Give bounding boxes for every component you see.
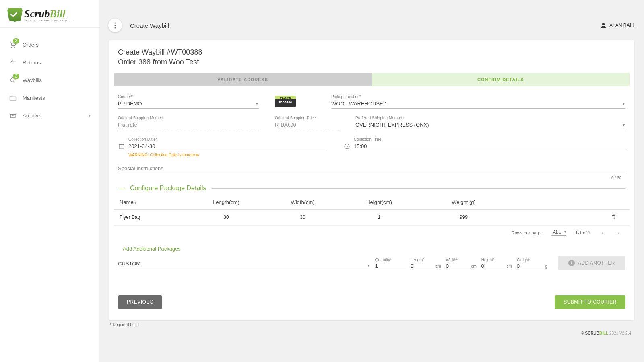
- collection-date-warning: WARNING: Collection Date is tomorrow: [128, 153, 327, 157]
- user-menu[interactable]: ALAN BALL: [600, 22, 635, 29]
- return-arrow-icon: [9, 58, 17, 66]
- user-icon: [600, 22, 607, 29]
- sidebar-item-returns[interactable]: Returns: [0, 53, 99, 71]
- svg-rect-8: [119, 144, 124, 149]
- heading-line2: Order 388 from Woo Test: [118, 57, 625, 67]
- weight-input[interactable]: Weight* 0g: [517, 258, 547, 270]
- sort-arrow-up-icon: ↑: [134, 200, 137, 205]
- svg-rect-3: [10, 113, 16, 114]
- sidebar-item-archive[interactable]: Archive ▾: [0, 107, 99, 124]
- width-input[interactable]: Width* 0cm: [446, 258, 477, 270]
- instructions-label: Special Instructions: [118, 165, 625, 173]
- sidebar-item-waybills[interactable]: 3 Waybills: [0, 71, 99, 89]
- add-another-button[interactable]: + ADD ANOTHER: [558, 256, 625, 270]
- chevron-down-icon: ▾: [89, 113, 91, 118]
- folder-icon: [9, 94, 17, 102]
- orig-method-label: Original Shipping Method: [118, 116, 259, 120]
- col-time-label: Collection Time*: [354, 137, 625, 142]
- original-shipping-method: Original Shipping Method Flat rate: [118, 116, 259, 130]
- col-header-weight[interactable]: Weight (g): [417, 199, 510, 205]
- plus-circle-icon: +: [568, 260, 575, 266]
- package-type-value: CUSTOM: [118, 260, 370, 268]
- tab-confirm-details[interactable]: CONFIRM DETAILS: [372, 73, 630, 86]
- sidebar-label-archive: Archive: [23, 113, 40, 119]
- svg-point-6: [114, 27, 116, 28]
- previous-button[interactable]: PREVIOUS: [118, 295, 162, 309]
- pickup-location-select[interactable]: Pickup Location* WOO - WAREHOUSE 1 ▾: [331, 95, 625, 109]
- collection-date-input[interactable]: Collection Date* 2021-04-30: [128, 137, 327, 151]
- waybill-card: Create Waybill #WT00388 Order 388 from W…: [109, 40, 634, 320]
- logo: ScrubBill ACCURATE WAYBILLS INTEGRATED: [0, 0, 99, 28]
- orders-badge: 2: [13, 38, 19, 44]
- cell-weight: 999: [417, 214, 510, 220]
- cell-length: 30: [188, 214, 264, 220]
- courier-select[interactable]: Courier* PP DEMO ▾: [118, 95, 259, 109]
- step-tabs: VALIDATE ADDRESS CONFIRM DETAILS: [114, 73, 630, 86]
- courier-logo-image: EXPRESS: [275, 96, 296, 107]
- preferred-shipping-method-select[interactable]: Prefered Shipping Method* OVERNIGHT EXPR…: [355, 116, 625, 130]
- cell-name: Flyer Bag: [120, 214, 188, 220]
- collapse-icon[interactable]: —: [118, 184, 125, 193]
- archive-icon: [9, 111, 17, 119]
- logo-tagline: ACCURATE WAYBILLS INTEGRATED: [24, 19, 71, 22]
- chevron-down-icon: ▾: [564, 230, 566, 234]
- tag-icon: 3: [9, 76, 17, 84]
- pickup-label: Pickup Location*: [331, 95, 625, 99]
- package-type-select[interactable]: CUSTOM ▾: [118, 260, 370, 270]
- svg-point-4: [114, 22, 116, 23]
- clock-icon: [343, 143, 351, 151]
- collection-time-input[interactable]: Collection Time* 15:00: [354, 137, 625, 151]
- logo-bill: Bill: [50, 8, 66, 20]
- courier-value: PP DEMO: [118, 100, 259, 108]
- quantity-input[interactable]: Quantity* 1: [375, 258, 406, 270]
- more-menu-button[interactable]: [108, 19, 122, 32]
- sidebar-label-returns: Returns: [23, 60, 41, 66]
- packages-table: Name↑ Length(cm) Width(cm) Height(cm) We…: [114, 195, 630, 240]
- chevron-down-icon: ▾: [367, 263, 369, 267]
- svg-point-1: [14, 47, 15, 48]
- sidebar-item-orders[interactable]: 2 Orders: [0, 36, 99, 53]
- chevron-down-icon: ▾: [623, 101, 625, 106]
- table-row: Flyer Bag 30 30 1 999: [114, 210, 630, 226]
- instructions-counter: 0 / 60: [118, 173, 625, 180]
- pager-prev-button[interactable]: ‹: [599, 230, 606, 236]
- delete-row-button[interactable]: [611, 216, 617, 221]
- height-input[interactable]: Height* 0cm: [481, 258, 512, 270]
- heading-line1: Create Waybill #WT00388: [118, 47, 625, 57]
- chevron-down-icon: ▾: [256, 101, 258, 106]
- col-header-length[interactable]: Length(cm): [188, 199, 264, 205]
- length-input[interactable]: Length* 0cm: [411, 258, 441, 270]
- page-title: Create Waybill: [130, 22, 169, 29]
- submit-to-courier-button[interactable]: SUBMIT TO COURIER: [555, 295, 625, 309]
- configure-packages-title: Configure Package Details: [130, 185, 206, 192]
- col-date-value: 2021-04-30: [128, 142, 327, 151]
- add-packages-title: Add Additional Packages: [114, 240, 630, 256]
- col-header-height[interactable]: Height(cm): [341, 199, 417, 205]
- table-pager: Rows per page: ALL ▾ 1-1 of 1 ‹ ›: [114, 226, 630, 240]
- sidebar: ScrubBill ACCURATE WAYBILLS INTEGRATED 2…: [0, 0, 99, 362]
- orig-price-label: Original Shipping Price: [275, 116, 339, 120]
- orig-price-value: R 100.00: [275, 121, 339, 130]
- divider: [212, 188, 625, 189]
- col-header-name[interactable]: Name↑: [120, 199, 188, 205]
- pager-next-button[interactable]: ›: [615, 230, 621, 236]
- svg-point-5: [114, 25, 116, 26]
- col-date-label: Collection Date*: [128, 137, 327, 142]
- col-header-width[interactable]: Width(cm): [264, 199, 341, 205]
- pickup-value: WOO - WAREHOUSE 1: [331, 100, 625, 108]
- logo-scrub: Scrub: [24, 8, 50, 20]
- rows-per-page-label: Rows per page:: [512, 230, 543, 235]
- col-time-value: 15:00: [354, 142, 625, 151]
- user-name: ALAN BALL: [609, 23, 635, 28]
- special-instructions-input[interactable]: Special Instructions: [118, 165, 625, 173]
- rows-per-page-select[interactable]: ALL ▾: [551, 230, 567, 236]
- sidebar-item-manifests[interactable]: Manifests: [0, 89, 99, 107]
- calendar-icon: [118, 143, 125, 151]
- svg-point-7: [602, 23, 605, 25]
- chevron-down-icon: ▾: [623, 123, 625, 127]
- trash-icon: [611, 214, 617, 220]
- topbar: Create Waybill ALAN BALL: [99, 13, 644, 38]
- tab-validate-address[interactable]: VALIDATE ADDRESS: [114, 73, 372, 86]
- waybills-badge: 3: [13, 74, 19, 79]
- original-shipping-price: Original Shipping Price R 100.00: [275, 116, 339, 130]
